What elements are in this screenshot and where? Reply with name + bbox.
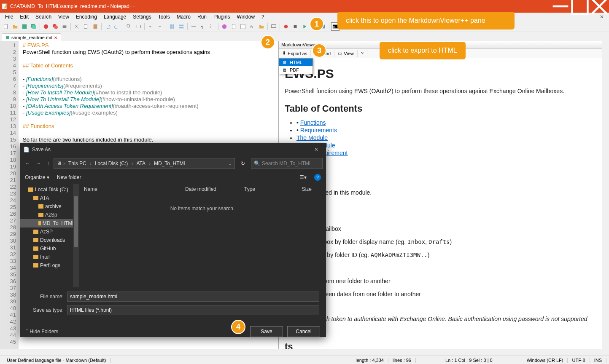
folder-icon[interactable] — [257, 22, 266, 31]
savetype-select[interactable] — [67, 305, 319, 315]
menu-encoding[interactable]: Encoding — [73, 13, 100, 21]
toc-link[interactable]: Functions — [300, 119, 326, 126]
column-headers[interactable]: Name Date modified Type Size — [79, 184, 326, 195]
search-input[interactable]: 🔍 Search MD_To_HTML — [251, 158, 323, 169]
tree-node[interactable]: GitHub — [20, 244, 78, 253]
undo-icon[interactable] — [103, 22, 112, 31]
menu-macro[interactable]: Macro — [173, 13, 194, 21]
cut-icon[interactable] — [73, 22, 81, 31]
hide-folders-button[interactable]: ˄ Hide Folders — [26, 329, 246, 335]
open-file-icon[interactable] — [11, 22, 19, 31]
close-all-icon[interactable] — [51, 22, 59, 31]
menu-file[interactable]: File — [2, 13, 16, 21]
minimize-button[interactable] — [551, 0, 570, 13]
nav-forward-icon[interactable]: → — [34, 159, 43, 168]
mdv-export-button[interactable]: ⬇Export as — [279, 50, 311, 57]
mdv-line: lbox items between dates from one folder… — [285, 290, 603, 299]
menu-view[interactable]: View — [55, 13, 73, 21]
doc-map-icon[interactable] — [229, 22, 238, 31]
svg-rect-22 — [172, 24, 174, 29]
menu-search[interactable]: Search — [32, 13, 55, 21]
tree-node[interactable]: Intel — [20, 253, 78, 261]
nav-up-icon[interactable]: ↑ — [45, 159, 51, 168]
tree-node[interactable]: AzSp — [20, 211, 78, 219]
save-button[interactable]: Save — [250, 326, 283, 337]
tree-node[interactable]: Local Disk (C:) — [20, 185, 78, 194]
zoom-out-icon[interactable]: − — [156, 22, 164, 31]
menu-edit[interactable]: Edit — [16, 13, 32, 21]
svg-text:+: + — [149, 24, 151, 29]
toc-link[interactable]: Requirements — [300, 127, 337, 134]
tree-node[interactable]: PerfLogs — [20, 261, 78, 270]
download-icon: ⬇ — [282, 51, 286, 56]
horizontal-scrollbar[interactable] — [0, 349, 609, 356]
help-icon[interactable]: ? — [314, 174, 321, 181]
paste-icon[interactable] — [91, 22, 100, 31]
folder-tree[interactable]: Local Disk (C:)ATAarchiveAzSpMD_To_HTMLA… — [20, 184, 79, 271]
redo-icon[interactable] — [113, 22, 121, 31]
monitor-icon[interactable] — [269, 22, 278, 31]
menu-window[interactable]: Window — [233, 13, 258, 21]
menu-language[interactable]: Language — [100, 13, 129, 21]
save-all-icon[interactable] — [30, 22, 38, 31]
tab-sample-readme[interactable]: sample_readme.md ✕ — [2, 33, 61, 41]
show-all-chars-icon[interactable]: ¶ — [199, 22, 207, 31]
mdv-export-pdf[interactable]: 🗎PDF — [279, 66, 313, 74]
sync-v-icon[interactable] — [168, 22, 176, 31]
find-icon[interactable] — [125, 22, 133, 31]
cancel-button[interactable]: Cancel — [287, 326, 320, 337]
view-options-icon[interactable]: ☰▾ — [299, 174, 307, 180]
file-list[interactable]: Name Date modified Type Size No items ma… — [79, 184, 326, 287]
new-folder-button[interactable]: New folder — [57, 174, 81, 180]
organize-button[interactable]: Organize ▾ — [25, 174, 49, 180]
dialog-close-icon[interactable]: × — [310, 146, 323, 153]
copy-icon[interactable] — [82, 22, 90, 31]
stop-macro-icon[interactable] — [291, 22, 299, 31]
doc-list-icon[interactable] — [239, 22, 247, 31]
dialog-titlebar[interactable]: 📄 Save As × — [20, 143, 326, 156]
print-icon[interactable] — [60, 22, 69, 31]
record-macro-icon[interactable] — [282, 22, 290, 31]
mdv-note: ctions use OAuth token to authenticate w… — [285, 315, 603, 324]
sync-h-icon[interactable] — [177, 22, 186, 31]
vertical-scrollbar[interactable] — [602, 41, 609, 349]
close-icon[interactable] — [42, 22, 50, 31]
tree-node[interactable]: Downloads — [20, 236, 78, 244]
breadcrumb[interactable]: 🖥 › This PC› Local Disk (C:)› ATA› MD_To… — [54, 158, 235, 169]
nav-back-icon[interactable]: ← — [23, 159, 32, 168]
ud-lang-icon[interactable] — [220, 22, 229, 31]
status-language: User Defined language file - Markdown (D… — [3, 358, 110, 363]
indent-guide-icon[interactable] — [208, 22, 216, 31]
tree-node[interactable]: archive — [20, 202, 78, 211]
refresh-icon[interactable]: ↻ — [237, 161, 248, 166]
tree-node[interactable]: ATA — [20, 194, 78, 202]
mdv-help-button[interactable]: ? — [358, 50, 367, 57]
zoom-in-icon[interactable]: + — [146, 22, 155, 31]
chevron-down-icon[interactable]: ⌄ — [228, 161, 232, 166]
tree-scrollbar[interactable] — [73, 184, 79, 287]
new-file-icon[interactable] — [2, 22, 10, 31]
filename-input[interactable] — [67, 292, 319, 302]
menu-help[interactable]: ? — [258, 13, 268, 21]
func-list-icon[interactable]: fx — [248, 22, 256, 31]
menu-settings[interactable]: Settings — [129, 13, 154, 21]
save-icon[interactable] — [20, 22, 29, 31]
dialog-title: Save As — [30, 147, 310, 153]
step-badge-2: 2 — [261, 35, 275, 49]
mdv-view-button[interactable]: ▭View — [334, 50, 358, 57]
menu-plugins[interactable]: Plugins — [210, 13, 233, 21]
pc-icon: 🖥 — [57, 161, 62, 166]
menu-run[interactable]: Run — [194, 13, 210, 21]
tree-node[interactable]: MD_To_HTML — [20, 219, 78, 228]
replace-icon[interactable] — [134, 22, 143, 31]
tab-close-icon[interactable]: ✕ — [54, 35, 57, 40]
maximize-button[interactable] — [570, 0, 590, 13]
play-macro-icon[interactable] — [300, 22, 309, 31]
wordwrap-icon[interactable] — [189, 22, 198, 31]
close-x-icon[interactable]: ✕ — [596, 14, 607, 20]
close-button[interactable] — [590, 0, 609, 13]
mdv-export-html[interactable]: 🗎HTML — [279, 59, 313, 66]
toc-link[interactable]: The Module — [296, 134, 328, 141]
tree-node[interactable]: AzSP — [20, 228, 78, 236]
menu-tools[interactable]: Tools — [155, 13, 173, 21]
